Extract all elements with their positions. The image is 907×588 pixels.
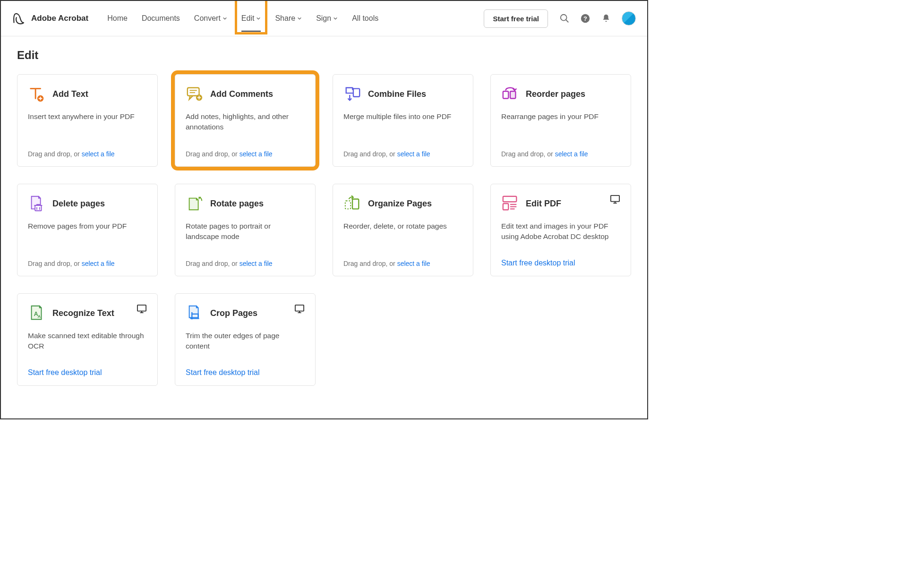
delete-pages-icon: [28, 195, 46, 213]
select-file-link[interactable]: select a file: [240, 150, 273, 158]
card-title: Rotate pages: [210, 199, 264, 209]
desktop-icon: [137, 304, 147, 314]
svg-rect-14: [345, 201, 351, 209]
add-text-icon: [28, 85, 46, 103]
svg-rect-17: [503, 204, 508, 210]
crop-pages-icon: [186, 304, 204, 322]
svg-rect-11: [510, 91, 515, 98]
svg-rect-21: [295, 305, 304, 311]
card-footer: Drag and drop, or select a file: [343, 150, 462, 158]
card-desc: Add notes, highlights, and other annotat…: [186, 111, 305, 142]
card-title: Organize Pages: [368, 199, 432, 209]
app-name: Adobe Acrobat: [31, 14, 88, 23]
card-desc: Merge multiple files into one PDF: [343, 111, 462, 142]
card-footer: Drag and drop, or select a file: [28, 150, 147, 158]
card-desc: Insert text anywhere in your PDF: [28, 111, 147, 142]
combine-files-icon: [343, 85, 361, 103]
select-file-link[interactable]: select a file: [397, 150, 430, 158]
card-title: Add Comments: [210, 89, 273, 99]
svg-rect-13: [352, 199, 359, 209]
page-body: Edit Add Text Insert text anywhere in yo…: [1, 36, 647, 398]
card-desc: Edit text and images in your PDF using A…: [501, 221, 620, 250]
chevron-down-icon: [222, 16, 227, 21]
start-desktop-trial-link[interactable]: Start free desktop trial: [501, 259, 620, 267]
start-free-trial-button[interactable]: Start free trial: [484, 9, 548, 28]
card-crop-pages[interactable]: Crop Pages Trim the outer edges of page …: [175, 293, 316, 386]
select-file-link[interactable]: select a file: [240, 260, 273, 267]
card-grid: Add Text Insert text anywhere in your PD…: [17, 74, 631, 386]
nav-home[interactable]: Home: [107, 4, 128, 33]
svg-rect-10: [503, 91, 508, 98]
card-title: Edit PDF: [526, 199, 561, 209]
chevron-down-icon: [256, 16, 261, 21]
add-comments-icon: [186, 85, 204, 103]
header-icons: ?: [559, 11, 636, 26]
recognize-text-icon: A A: [28, 304, 46, 322]
card-desc: Trim the outer edges of page content: [186, 331, 305, 360]
card-rotate-pages[interactable]: Rotate pages Rotate pages to portrait or…: [175, 184, 316, 276]
svg-rect-12: [35, 205, 41, 211]
logo-area: Adobe Acrobat: [12, 12, 88, 25]
card-footer: Drag and drop, or select a file: [186, 260, 305, 267]
acrobat-logo-icon: [12, 12, 26, 25]
card-desc: Reorder, delete, or rotate pages: [343, 221, 462, 251]
card-organize-pages[interactable]: Organize Pages Reorder, delete, or rotat…: [333, 184, 473, 276]
card-add-comments[interactable]: Add Comments Add notes, highlights, and …: [175, 74, 316, 167]
card-edit-pdf[interactable]: Edit PDF Edit text and images in your PD…: [490, 184, 631, 276]
help-icon[interactable]: ?: [580, 13, 590, 24]
chevron-down-icon: [297, 16, 302, 21]
nav-sign[interactable]: Sign: [316, 4, 338, 33]
card-title: Reorder pages: [526, 89, 585, 99]
svg-text:?: ?: [583, 15, 587, 22]
start-desktop-trial-link[interactable]: Start free desktop trial: [28, 368, 147, 377]
nav-bar: Home Documents Convert Edit Share Sign A…: [107, 4, 378, 33]
card-desc: Rotate pages to portrait or landscape mo…: [186, 221, 305, 251]
bell-icon[interactable]: [601, 13, 611, 24]
avatar[interactable]: [622, 11, 636, 26]
top-bar: Adobe Acrobat Home Documents Convert Edi…: [1, 1, 647, 36]
chevron-down-icon: [333, 16, 338, 21]
select-file-link[interactable]: select a file: [82, 260, 115, 267]
nav-documents[interactable]: Documents: [142, 4, 180, 33]
svg-text:A: A: [38, 314, 41, 319]
svg-rect-15: [611, 196, 619, 202]
select-file-link[interactable]: select a file: [555, 150, 588, 158]
svg-rect-18: [137, 305, 146, 311]
rotate-pages-icon: [186, 195, 204, 213]
nav-edit[interactable]: Edit: [241, 4, 261, 33]
card-title: Add Text: [52, 89, 88, 99]
select-file-link[interactable]: select a file: [397, 260, 430, 267]
search-icon[interactable]: [559, 13, 570, 24]
desktop-icon: [294, 304, 305, 314]
card-reorder-pages[interactable]: Reorder pages Rearrange pages in your PD…: [490, 74, 631, 167]
card-footer: Drag and drop, or select a file: [343, 260, 462, 267]
card-footer: Drag and drop, or select a file: [186, 150, 305, 158]
page-title: Edit: [17, 49, 631, 62]
card-footer: Drag and drop, or select a file: [28, 260, 147, 267]
svg-line-1: [566, 20, 569, 23]
svg-rect-16: [503, 196, 517, 202]
reorder-pages-icon: [501, 85, 519, 103]
nav-all-tools[interactable]: All tools: [352, 4, 378, 33]
card-title: Crop Pages: [210, 308, 257, 318]
card-title: Recognize Text: [52, 308, 114, 318]
start-desktop-trial-link[interactable]: Start free desktop trial: [186, 368, 305, 377]
nav-convert[interactable]: Convert: [194, 4, 227, 33]
card-combine-files[interactable]: Combine Files Merge multiple files into …: [333, 74, 473, 167]
select-file-link[interactable]: select a file: [82, 150, 115, 158]
card-add-text[interactable]: Add Text Insert text anywhere in your PD…: [17, 74, 158, 167]
desktop-icon: [610, 195, 620, 204]
edit-pdf-icon: [501, 195, 519, 213]
nav-share[interactable]: Share: [275, 4, 302, 33]
card-desc: Remove pages from your PDF: [28, 221, 147, 251]
card-title: Combine Files: [368, 89, 426, 99]
card-desc: Make scanned text editable through OCR: [28, 331, 147, 360]
card-title: Delete pages: [52, 199, 105, 209]
card-delete-pages[interactable]: Delete pages Remove pages from your PDF …: [17, 184, 158, 276]
svg-rect-9: [353, 89, 359, 97]
card-desc: Rearrange pages in your PDF: [501, 111, 620, 142]
card-footer: Drag and drop, or select a file: [501, 150, 620, 158]
svg-rect-5: [188, 88, 199, 96]
card-recognize-text[interactable]: A A Recognize Text Make scanned text edi…: [17, 293, 158, 386]
organize-pages-icon: [343, 195, 361, 213]
